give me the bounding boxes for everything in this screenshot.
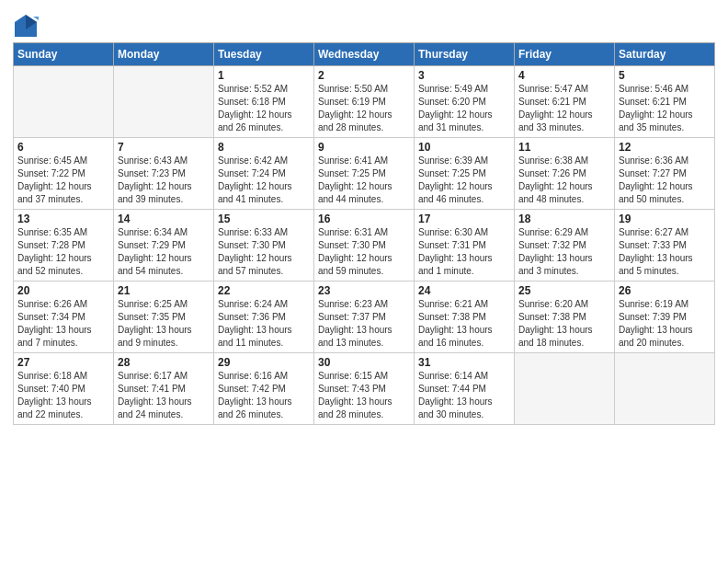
day-number: 3 bbox=[418, 69, 510, 82]
cell-details: Sunrise: 6:27 AMSunset: 7:33 PMDaylight:… bbox=[619, 226, 711, 278]
cell-details: Sunrise: 5:49 AMSunset: 6:20 PMDaylight:… bbox=[418, 83, 510, 134]
header bbox=[13, 9, 715, 39]
cell-details: Sunrise: 6:39 AMSunset: 7:25 PMDaylight:… bbox=[418, 155, 510, 206]
table-cell: 21Sunrise: 6:25 AMSunset: 7:35 PMDayligh… bbox=[114, 282, 214, 353]
table-cell: 20Sunrise: 6:26 AMSunset: 7:34 PMDayligh… bbox=[14, 282, 114, 353]
cell-details: Sunrise: 6:23 AMSunset: 7:37 PMDaylight:… bbox=[318, 298, 410, 350]
day-number: 24 bbox=[418, 284, 510, 297]
day-number: 26 bbox=[619, 284, 711, 297]
day-number: 28 bbox=[118, 356, 210, 369]
cell-details: Sunrise: 6:30 AMSunset: 7:31 PMDaylight:… bbox=[418, 226, 510, 278]
table-cell: 6Sunrise: 6:45 AMSunset: 7:22 PMDaylight… bbox=[14, 138, 114, 210]
day-number: 18 bbox=[518, 213, 610, 225]
logo bbox=[13, 13, 42, 39]
cell-details: Sunrise: 5:52 AMSunset: 6:18 PMDaylight:… bbox=[218, 83, 310, 134]
col-header-monday: Monday bbox=[114, 43, 214, 66]
calendar-page: SundayMondayTuesdayWednesdayThursdayFrid… bbox=[0, 0, 728, 432]
cell-details: Sunrise: 6:35 AMSunset: 7:28 PMDaylight:… bbox=[17, 226, 109, 278]
cell-details: Sunrise: 6:26 AMSunset: 7:34 PMDaylight:… bbox=[17, 298, 109, 350]
col-header-saturday: Saturday bbox=[615, 43, 715, 66]
cell-details: Sunrise: 6:20 AMSunset: 7:38 PMDaylight:… bbox=[518, 298, 610, 350]
day-number: 1 bbox=[218, 69, 310, 82]
table-cell: 11Sunrise: 6:38 AMSunset: 7:26 PMDayligh… bbox=[515, 138, 615, 210]
cell-details: Sunrise: 6:45 AMSunset: 7:22 PMDaylight:… bbox=[17, 155, 109, 206]
table-cell: 10Sunrise: 6:39 AMSunset: 7:25 PMDayligh… bbox=[415, 138, 515, 210]
day-number: 8 bbox=[218, 141, 310, 154]
week-row: 1Sunrise: 5:52 AMSunset: 6:18 PMDaylight… bbox=[14, 66, 715, 138]
day-number: 5 bbox=[619, 69, 711, 82]
day-number: 6 bbox=[17, 141, 109, 154]
day-number: 20 bbox=[17, 284, 109, 297]
col-header-sunday: Sunday bbox=[14, 43, 114, 66]
day-number: 9 bbox=[318, 141, 410, 154]
cell-details: Sunrise: 6:31 AMSunset: 7:30 PMDaylight:… bbox=[318, 226, 410, 278]
table-cell: 17Sunrise: 6:30 AMSunset: 7:31 PMDayligh… bbox=[415, 210, 515, 282]
cell-details: Sunrise: 6:18 AMSunset: 7:40 PMDaylight:… bbox=[17, 370, 109, 421]
day-number: 17 bbox=[418, 213, 510, 225]
col-header-wednesday: Wednesday bbox=[314, 43, 415, 66]
day-number: 16 bbox=[318, 213, 410, 225]
day-number: 27 bbox=[17, 356, 109, 369]
table-cell: 7Sunrise: 6:43 AMSunset: 7:23 PMDaylight… bbox=[114, 138, 214, 210]
day-number: 21 bbox=[118, 284, 210, 297]
week-row: 6Sunrise: 6:45 AMSunset: 7:22 PMDaylight… bbox=[14, 138, 715, 210]
col-header-thursday: Thursday bbox=[415, 43, 515, 66]
table-cell: 26Sunrise: 6:19 AMSunset: 7:39 PMDayligh… bbox=[615, 282, 715, 353]
header-row: SundayMondayTuesdayWednesdayThursdayFrid… bbox=[14, 43, 715, 66]
table-cell: 31Sunrise: 6:14 AMSunset: 7:44 PMDayligh… bbox=[415, 353, 515, 425]
day-number: 15 bbox=[218, 213, 310, 225]
logo-icon bbox=[13, 13, 39, 39]
table-cell bbox=[515, 353, 615, 425]
day-number: 31 bbox=[418, 356, 510, 369]
cell-details: Sunrise: 5:46 AMSunset: 6:21 PMDaylight:… bbox=[619, 83, 711, 134]
table-cell: 2Sunrise: 5:50 AMSunset: 6:19 PMDaylight… bbox=[314, 66, 415, 138]
cell-details: Sunrise: 6:24 AMSunset: 7:36 PMDaylight:… bbox=[218, 298, 310, 350]
cell-details: Sunrise: 6:14 AMSunset: 7:44 PMDaylight:… bbox=[418, 370, 510, 421]
table-cell: 12Sunrise: 6:36 AMSunset: 7:27 PMDayligh… bbox=[615, 138, 715, 210]
table-cell: 3Sunrise: 5:49 AMSunset: 6:20 PMDaylight… bbox=[415, 66, 515, 138]
calendar-table: SundayMondayTuesdayWednesdayThursdayFrid… bbox=[13, 42, 715, 425]
cell-details: Sunrise: 6:34 AMSunset: 7:29 PMDaylight:… bbox=[118, 226, 210, 278]
cell-details: Sunrise: 6:33 AMSunset: 7:30 PMDaylight:… bbox=[218, 226, 310, 278]
cell-details: Sunrise: 5:47 AMSunset: 6:21 PMDaylight:… bbox=[518, 83, 610, 134]
day-number: 25 bbox=[518, 284, 610, 297]
table-cell: 30Sunrise: 6:15 AMSunset: 7:43 PMDayligh… bbox=[314, 353, 415, 425]
day-number: 23 bbox=[318, 284, 410, 297]
cell-details: Sunrise: 6:17 AMSunset: 7:41 PMDaylight:… bbox=[118, 370, 210, 421]
cell-details: Sunrise: 6:25 AMSunset: 7:35 PMDaylight:… bbox=[118, 298, 210, 350]
cell-details: Sunrise: 6:29 AMSunset: 7:32 PMDaylight:… bbox=[518, 226, 610, 278]
table-cell: 9Sunrise: 6:41 AMSunset: 7:25 PMDaylight… bbox=[314, 138, 415, 210]
cell-details: Sunrise: 5:50 AMSunset: 6:19 PMDaylight:… bbox=[318, 83, 410, 134]
day-number: 2 bbox=[318, 69, 410, 82]
table-cell bbox=[615, 353, 715, 425]
day-number: 4 bbox=[518, 69, 610, 82]
table-cell: 13Sunrise: 6:35 AMSunset: 7:28 PMDayligh… bbox=[14, 210, 114, 282]
table-cell: 28Sunrise: 6:17 AMSunset: 7:41 PMDayligh… bbox=[114, 353, 214, 425]
day-number: 7 bbox=[118, 141, 210, 154]
day-number: 10 bbox=[418, 141, 510, 154]
week-row: 27Sunrise: 6:18 AMSunset: 7:40 PMDayligh… bbox=[14, 353, 715, 425]
day-number: 14 bbox=[118, 213, 210, 225]
cell-details: Sunrise: 6:42 AMSunset: 7:24 PMDaylight:… bbox=[218, 155, 310, 206]
col-header-friday: Friday bbox=[515, 43, 615, 66]
table-cell: 15Sunrise: 6:33 AMSunset: 7:30 PMDayligh… bbox=[214, 210, 314, 282]
cell-details: Sunrise: 6:41 AMSunset: 7:25 PMDaylight:… bbox=[318, 155, 410, 206]
table-cell: 14Sunrise: 6:34 AMSunset: 7:29 PMDayligh… bbox=[114, 210, 214, 282]
table-cell: 27Sunrise: 6:18 AMSunset: 7:40 PMDayligh… bbox=[14, 353, 114, 425]
day-number: 22 bbox=[218, 284, 310, 297]
cell-details: Sunrise: 6:43 AMSunset: 7:23 PMDaylight:… bbox=[118, 155, 210, 206]
col-header-tuesday: Tuesday bbox=[214, 43, 314, 66]
day-number: 19 bbox=[619, 213, 711, 225]
day-number: 29 bbox=[218, 356, 310, 369]
table-cell: 25Sunrise: 6:20 AMSunset: 7:38 PMDayligh… bbox=[515, 282, 615, 353]
cell-details: Sunrise: 6:19 AMSunset: 7:39 PMDaylight:… bbox=[619, 298, 711, 350]
table-cell: 23Sunrise: 6:23 AMSunset: 7:37 PMDayligh… bbox=[314, 282, 415, 353]
day-number: 12 bbox=[619, 141, 711, 154]
day-number: 30 bbox=[318, 356, 410, 369]
table-cell: 8Sunrise: 6:42 AMSunset: 7:24 PMDaylight… bbox=[214, 138, 314, 210]
cell-details: Sunrise: 6:15 AMSunset: 7:43 PMDaylight:… bbox=[318, 370, 410, 421]
cell-details: Sunrise: 6:16 AMSunset: 7:42 PMDaylight:… bbox=[218, 370, 310, 421]
week-row: 13Sunrise: 6:35 AMSunset: 7:28 PMDayligh… bbox=[14, 210, 715, 282]
cell-details: Sunrise: 6:38 AMSunset: 7:26 PMDaylight:… bbox=[518, 155, 610, 206]
table-cell: 24Sunrise: 6:21 AMSunset: 7:38 PMDayligh… bbox=[415, 282, 515, 353]
